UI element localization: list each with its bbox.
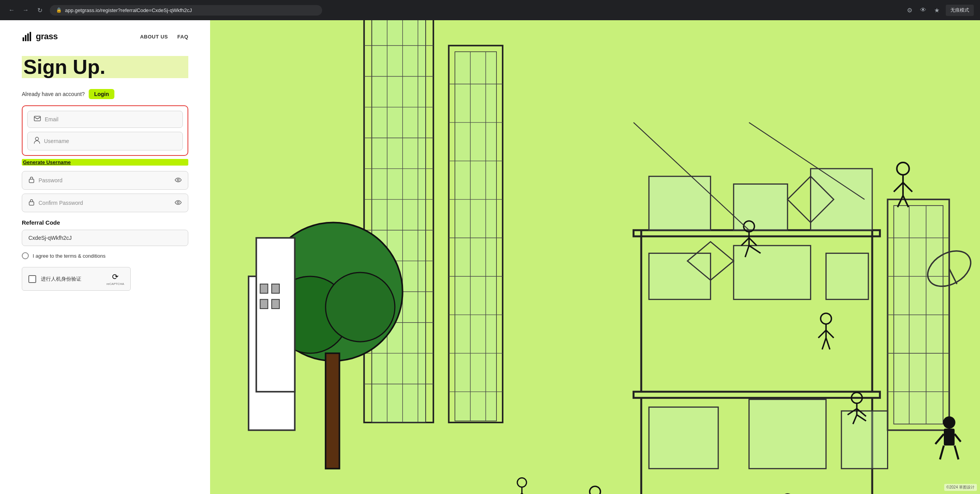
svg-point-137 xyxy=(943,416,955,429)
logo-area: grass xyxy=(22,31,58,42)
about-us-link[interactable]: ABOUT US xyxy=(140,34,168,40)
main-nav: ABOUT US FAQ xyxy=(140,34,188,40)
confirm-password-eye-icon[interactable] xyxy=(175,199,182,206)
browser-actions: ⚙ 👁 ★ 无痕模式 xyxy=(905,5,974,16)
svg-rect-138 xyxy=(944,429,955,446)
eye-slash-icon[interactable]: 👁 xyxy=(919,5,928,15)
svg-point-43 xyxy=(326,272,395,342)
svg-rect-49 xyxy=(260,299,268,309)
logo-text: grass xyxy=(36,31,58,42)
svg-rect-48 xyxy=(272,284,279,293)
svg-point-9 xyxy=(177,202,179,204)
city-illustration-container xyxy=(210,20,980,494)
svg-rect-57 xyxy=(649,176,710,230)
password-eye-icon[interactable] xyxy=(175,177,182,184)
svg-rect-29 xyxy=(455,52,496,421)
confirm-password-field-wrapper xyxy=(22,194,188,212)
svg-rect-0 xyxy=(23,37,24,41)
svg-rect-61 xyxy=(734,246,811,300)
login-row: Already have an account? Login xyxy=(22,89,188,99)
password-input[interactable] xyxy=(39,177,171,183)
confirm-password-lock-icon xyxy=(28,199,35,207)
login-button[interactable]: Login xyxy=(89,89,114,99)
email-icon xyxy=(34,116,41,123)
terms-checkbox[interactable] xyxy=(22,252,29,259)
lock-icon: 🔒 xyxy=(56,7,62,13)
svg-rect-44 xyxy=(326,353,340,469)
recaptcha-logo-icon: ⟳ xyxy=(112,272,119,281)
browser-chrome: ← → ↻ 🔒 app.getgrass.io/register?referra… xyxy=(0,0,980,20)
city-illustration-svg xyxy=(210,20,980,494)
back-button[interactable]: ← xyxy=(6,5,17,16)
svg-point-7 xyxy=(177,179,179,181)
site-header: grass ABOUT US FAQ xyxy=(22,20,188,51)
svg-rect-12 xyxy=(372,20,426,422)
svg-rect-63 xyxy=(649,407,718,468)
svg-rect-50 xyxy=(272,299,279,309)
terms-text: I agree to the terms & conditions xyxy=(33,253,105,259)
recaptcha-checkbox[interactable] xyxy=(28,275,36,283)
svg-rect-1 xyxy=(25,35,26,41)
svg-rect-62 xyxy=(826,253,868,300)
svg-point-5 xyxy=(35,137,39,140)
recaptcha-left: 进行人机身份验证 xyxy=(28,275,81,283)
terms-row: I agree to the terms & conditions xyxy=(22,252,188,259)
svg-rect-4 xyxy=(34,116,40,121)
recaptcha-right: ⟳ reCAPTCHA xyxy=(107,272,124,286)
svg-rect-64 xyxy=(749,400,826,469)
right-panel: ©2024 草图设计 xyxy=(210,20,980,494)
password-field-wrapper xyxy=(22,171,188,190)
email-input[interactable] xyxy=(45,116,176,122)
svg-rect-59 xyxy=(811,169,872,230)
svg-rect-47 xyxy=(260,284,268,293)
already-account-text: Already have an account? xyxy=(22,91,85,97)
recaptcha-area[interactable]: 进行人机身份验证 ⟳ reCAPTCHA xyxy=(22,267,131,291)
password-lock-icon xyxy=(28,176,35,185)
referral-code-label: Referral Code xyxy=(22,219,188,226)
svg-rect-6 xyxy=(29,179,34,183)
recaptcha-text: 进行人机身份验证 xyxy=(41,276,81,283)
referral-code-input[interactable] xyxy=(22,230,188,246)
watermark: ©2024 草图设计 xyxy=(944,484,977,491)
extensions-button[interactable]: ⚙ xyxy=(905,5,914,16)
confirm-password-input[interactable] xyxy=(39,200,171,206)
email-field-wrapper xyxy=(27,111,183,128)
faq-link[interactable]: FAQ xyxy=(177,34,188,40)
username-field-wrapper xyxy=(27,132,183,150)
svg-rect-8 xyxy=(29,202,34,205)
forward-button[interactable]: → xyxy=(20,5,31,16)
incognito-mode-button[interactable]: 无痕模式 xyxy=(946,5,974,16)
user-icon xyxy=(34,137,40,145)
recaptcha-label: reCAPTCHA xyxy=(107,282,124,286)
svg-rect-2 xyxy=(27,33,29,41)
nav-buttons: ← → ↻ xyxy=(6,5,45,16)
left-panel: grass ABOUT US FAQ Sign Up. Already have… xyxy=(0,20,210,494)
email-username-box xyxy=(22,105,188,156)
url-text: app.getgrass.io/register?referralCode=Cx… xyxy=(65,7,192,13)
grass-logo-icon xyxy=(22,31,33,42)
username-input[interactable] xyxy=(44,138,176,144)
generate-username-link[interactable]: Generate Username xyxy=(22,159,188,166)
signup-title: Sign Up. xyxy=(22,56,188,78)
star-button[interactable]: ★ xyxy=(933,5,941,16)
svg-rect-60 xyxy=(649,253,710,300)
svg-rect-3 xyxy=(30,32,31,41)
address-bar[interactable]: 🔒 app.getgrass.io/register?referralCode=… xyxy=(50,5,322,16)
page-wrapper: grass ABOUT US FAQ Sign Up. Already have… xyxy=(0,20,980,494)
svg-rect-46 xyxy=(256,238,295,392)
refresh-button[interactable]: ↻ xyxy=(34,5,45,16)
